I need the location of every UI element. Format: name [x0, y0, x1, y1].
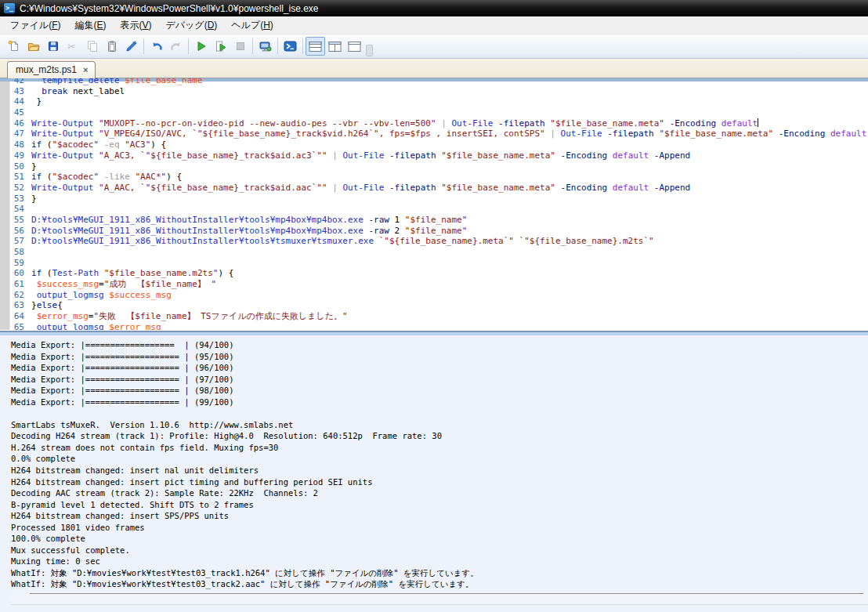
code-token: "A_AAC, `"${file_base_name}_track$aid.aa… — [99, 183, 327, 193]
copy-icon — [86, 40, 99, 53]
menu-edit[interactable]: 編集(E) — [67, 16, 113, 34]
code-token: -Append — [654, 150, 690, 161]
copy-button[interactable] — [82, 37, 102, 56]
stop-button[interactable] — [230, 37, 250, 56]
code-line[interactable]: 64 $error_msg="失敗 【$file_name】 TSファイルの作成… — [0, 311, 868, 322]
code-token — [384, 183, 389, 193]
code-token: "$file_name" — [405, 215, 467, 225]
code-line[interactable]: 45 — [0, 107, 868, 118]
code-line[interactable]: 50} — [0, 161, 868, 172]
layout-script-top-button[interactable] — [306, 37, 325, 56]
code-token: tempfile_delete — [42, 78, 119, 85]
toolbar-separator — [302, 38, 303, 54]
line-number: 46 — [11, 118, 31, 129]
code-line[interactable]: 56D:¥tools¥MeGUI_1911_x86_WithoutInstall… — [0, 226, 868, 237]
code-token — [99, 139, 104, 150]
new-script-icon — [8, 40, 20, 53]
code-token: "AAC*" — [135, 172, 166, 182]
code-line[interactable]: 65 output_logmsg $error_msg — [0, 322, 868, 330]
start-powershell-button[interactable] — [280, 37, 300, 56]
command-pane-strip[interactable] — [11, 594, 868, 605]
save-button[interactable] — [43, 37, 63, 56]
code-line[interactable]: 44 } — [0, 96, 868, 107]
tab-mux-m2ts[interactable]: mux_m2ts.ps1 × — [7, 61, 96, 78]
code-line[interactable]: 54 — [0, 204, 868, 215]
code-token: Write-Output — [31, 183, 93, 193]
code-line[interactable]: 55D:¥tools¥MeGUI_1911_x86_WithoutInstall… — [0, 215, 868, 226]
code-token: } — [31, 194, 37, 204]
code-line[interactable]: 63}else{ — [0, 300, 868, 311]
toolbar-separator — [188, 38, 189, 54]
code-line[interactable]: 42 tempfile_delete $file_base_name — [0, 78, 868, 86]
code-line[interactable]: 48if ("$acodec" -eq "AC3") { — [0, 139, 868, 150]
code-line[interactable]: 62 output_logmsg $success_msg — [0, 290, 868, 301]
code-line[interactable]: 61 $success_msg="成功 【$file_name】 " — [0, 279, 868, 290]
code-line[interactable]: 58 — [0, 247, 868, 258]
run-selection-button[interactable] — [211, 37, 230, 56]
line-number: 44 — [11, 96, 31, 107]
code-text: } — [31, 194, 868, 205]
console-line: H.264 stream does not contain fps field.… — [11, 442, 868, 454]
tab-label: mux_m2ts.ps1 — [16, 64, 77, 75]
line-number: 59 — [11, 258, 31, 269]
code-token: -like — [104, 172, 130, 182]
code-line[interactable]: 46Write-Output "MUXOPT--no-pcr-on-video-… — [0, 118, 868, 129]
console-line: B-pyramid level 1 detected. Shift DTS to… — [11, 499, 868, 511]
code-token: $error_msg — [109, 322, 161, 330]
console-output: Media Export: |================== | (94/… — [11, 339, 868, 590]
code-line[interactable]: 57D:¥tools¥MeGUI_1911_x86_WithoutInstall… — [0, 236, 868, 247]
code-token — [555, 150, 561, 161]
code-token: Out-File — [561, 129, 602, 139]
code-token — [555, 183, 561, 193]
code-token: | — [332, 150, 338, 161]
code-token: "$file_base_name.meta" — [441, 150, 555, 161]
code-line[interactable]: 49Write-Output "A_AC3, `"${file_base_nam… — [0, 150, 868, 161]
console-line: 100.0% complete — [11, 533, 868, 545]
layout-script-max-button[interactable] — [345, 37, 364, 56]
new-remote-powershell-tab-button[interactable] — [255, 37, 275, 56]
redo-button[interactable] — [166, 37, 186, 56]
clear-output-button[interactable] — [121, 37, 141, 56]
layout-script-max-icon — [348, 41, 361, 53]
code-token: default — [722, 118, 758, 129]
toolbar: ✂ — [0, 34, 868, 59]
cut-button[interactable]: ✂ — [63, 37, 82, 56]
code-token: -eq — [104, 139, 120, 150]
menu-view[interactable]: 表示(V) — [113, 16, 158, 34]
code-line[interactable]: 51if ("$acodec" -like "AAC*") { — [0, 172, 868, 183]
pane-splitter[interactable] — [0, 330, 868, 335]
code-token: -Encoding — [561, 183, 608, 193]
open-script-button[interactable] — [24, 37, 43, 56]
undo-button[interactable] — [146, 37, 166, 56]
code-line[interactable]: 43 break next_label — [0, 86, 868, 97]
save-icon — [47, 40, 60, 53]
paste-button[interactable] — [102, 37, 121, 56]
svg-text:✂: ✂ — [67, 41, 76, 53]
code-token: $error_msg — [37, 311, 89, 321]
menu-file[interactable]: ファイル(F) — [3, 16, 67, 34]
code-token: D:¥tools¥MeGUI_1911_x86_WithoutInstaller… — [31, 215, 363, 225]
layout-script-right-button[interactable] — [325, 37, 345, 56]
menu-debug[interactable]: デバッグ(D) — [159, 16, 225, 34]
code-token: "V_MPEG4/ISO/AVC, `"${file_base_name}_tr… — [99, 129, 545, 139]
run-script-button[interactable] — [191, 37, 211, 56]
code-line[interactable]: 60if (Test-Path "$file_base_name.m2ts") … — [0, 268, 868, 279]
tab-close-icon[interactable]: × — [83, 65, 88, 74]
code-token: $success_msg — [37, 279, 99, 289]
console-line: Processed 1801 video frames — [11, 522, 868, 534]
code-token — [99, 172, 104, 182]
output-pane[interactable]: Media Export: |================== | (94/… — [0, 335, 868, 612]
script-editor-pane[interactable]: 42 tempfile_delete $file_base_name43 bre… — [0, 78, 868, 330]
console-line: SmartLabs tsMuxeR. Version 1.10.6 http:/… — [11, 419, 868, 431]
code-token: default — [613, 183, 649, 193]
code-text: D:¥tools¥MeGUI_1911_x86_WithoutInstaller… — [31, 226, 868, 237]
code-token: -Encoding — [779, 129, 826, 139]
layout-script-right-icon — [328, 41, 342, 53]
code-line[interactable]: 53} — [0, 194, 868, 205]
powershell-window-icon: >_ — [4, 3, 15, 13]
menu-help[interactable]: ヘルプ(H) — [224, 16, 280, 34]
code-line[interactable]: 47Write-Output "V_MPEG4/ISO/AVC, `"${fil… — [0, 129, 868, 139]
code-line[interactable]: 52Write-Output "A_AAC, `"${file_base_nam… — [0, 183, 868, 194]
code-line[interactable]: 59 — [0, 258, 868, 269]
new-script-button[interactable] — [4, 37, 24, 56]
